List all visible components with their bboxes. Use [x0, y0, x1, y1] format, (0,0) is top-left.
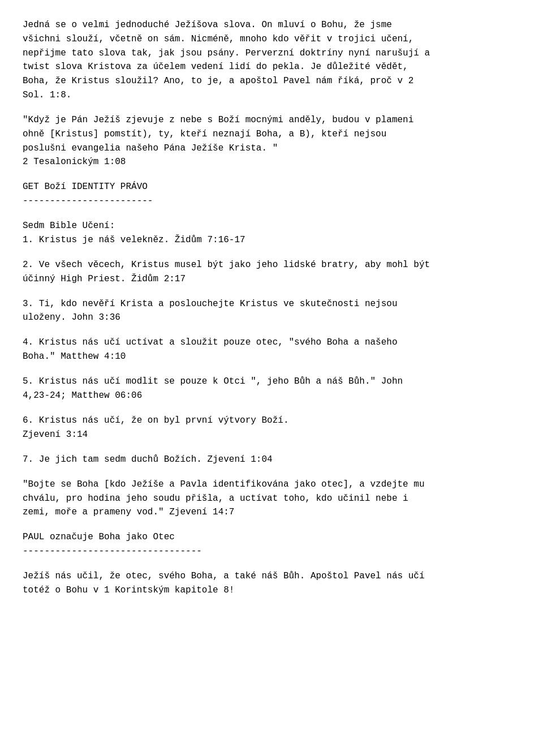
paragraph-p3: GET Boží IDENTITY PRÁVO ----------------…: [23, 180, 520, 208]
paragraph-p10: 7. Je jich tam sedm duchů Božích. Zjeven…: [23, 453, 520, 467]
main-content: Jedná se o velmi jednoduché Ježíšova slo…: [23, 18, 520, 598]
paragraph-p2: "Když je Pán Ježíš zjevuje z nebe s Boží…: [23, 113, 520, 169]
paragraph-p7: 4. Kristus nás učí uctívat a sloužit pou…: [23, 336, 520, 364]
paragraph-p4: Sedm Bible Učení: 1. Kristus je náš vele…: [23, 219, 520, 247]
paragraph-p13: Ježíš nás učil, že otec, svého Boha, a t…: [23, 569, 520, 598]
paragraph-p8: 5. Kristus nás učí modlit se pouze k Otc…: [23, 375, 520, 403]
paragraph-p1: Jedná se o velmi jednoduché Ježíšova slo…: [23, 18, 520, 102]
paragraph-p6: 3. Ti, kdo nevěří Krista a poslouchejte …: [23, 297, 520, 325]
paragraph-p5: 2. Ve všech věcech, Kristus musel být ja…: [23, 258, 520, 286]
paragraph-p12: PAUL označuje Boha jako Otec -----------…: [23, 530, 520, 559]
paragraph-p9: 6. Kristus nás učí, že on byl první výtv…: [23, 414, 520, 442]
paragraph-p11: "Bojte se Boha [kdo Ježíše a Pavla ident…: [23, 478, 520, 519]
